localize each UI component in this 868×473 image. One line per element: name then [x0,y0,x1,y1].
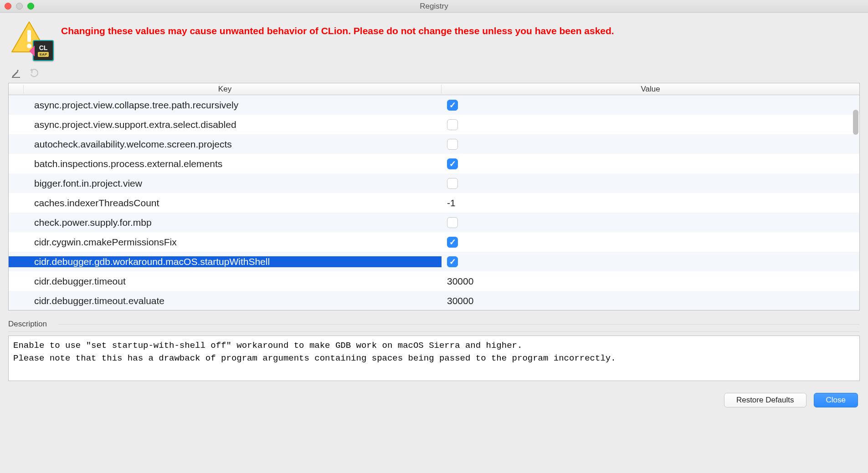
cell-key[interactable]: cidr.cygwin.cmakePermissionsFix [9,237,442,248]
checkbox[interactable] [447,217,458,228]
restore-defaults-button[interactable]: Restore Defaults [724,393,806,407]
value-text[interactable]: 30000 [447,295,473,306]
table-row[interactable]: caches.indexerThreadsCount-1 [9,193,859,213]
titlebar: Registry [0,0,868,13]
description-label: Description [8,317,860,332]
revert-button [29,68,39,78]
checkbox[interactable] [447,256,458,267]
checkbox[interactable] [447,237,458,248]
checkbox[interactable] [447,178,458,189]
warning-message: Changing these values may cause unwanted… [61,21,614,37]
svg-rect-3 [12,77,20,78]
minimize-window-icon [16,3,23,10]
table-body[interactable]: async.project.view.collapse.tree.path.re… [9,95,859,310]
column-header-key[interactable]: Key [9,85,442,94]
value-text[interactable]: 30000 [447,276,473,287]
value-text[interactable]: -1 [447,198,456,209]
table-row[interactable]: cidr.debugger.timeout.evaluate30000 [9,291,859,310]
app-badge-tag: EAP [38,52,49,57]
scrollbar-thumb[interactable] [853,110,858,135]
registry-window: Registry CL EAP Changing these values ma… [0,0,868,417]
app-badge-name: CL [39,45,48,51]
checkbox[interactable] [447,119,458,130]
table-row[interactable]: bigger.font.in.project.view [9,173,859,193]
cell-value[interactable]: -1 [442,198,859,209]
warning-icon: CL EAP [11,21,52,62]
checkbox[interactable] [447,139,458,150]
cell-value[interactable] [442,237,859,248]
close-window-icon[interactable] [5,3,11,10]
cell-value[interactable]: 30000 [442,295,859,306]
cell-value[interactable]: 30000 [442,276,859,287]
table-row[interactable]: check.power.supply.for.mbp [9,213,859,232]
checkbox[interactable] [447,158,458,169]
cell-key[interactable]: async.project.view.collapse.tree.path.re… [9,100,442,111]
zoom-window-icon[interactable] [27,3,34,10]
cell-value[interactable] [442,178,859,189]
header-area: CL EAP Changing these values may cause u… [0,13,868,66]
cell-value[interactable] [442,217,859,228]
cell-key[interactable]: cidr.debugger.gdb.workaround.macOS.start… [9,256,442,267]
table-row[interactable]: async.project.view.collapse.tree.path.re… [9,95,859,115]
checkbox[interactable] [447,100,458,111]
cell-key[interactable]: check.power.supply.for.mbp [9,217,442,228]
cell-key[interactable]: cidr.debugger.timeout [9,276,442,287]
cell-value[interactable] [442,139,859,150]
table-header: Key Value [9,83,859,95]
table-row[interactable]: cidr.debugger.gdb.workaround.macOS.start… [9,252,859,271]
cell-value[interactable] [442,100,859,111]
cell-value[interactable] [442,158,859,169]
cell-key[interactable]: async.project.view.support.extra.select.… [9,119,442,130]
close-button[interactable]: Close [814,393,858,407]
clion-app-badge-icon: CL EAP [33,40,54,61]
window-controls [5,3,34,10]
cell-key[interactable]: bigger.font.in.project.view [9,178,442,189]
cell-value[interactable] [442,119,859,130]
table-row[interactable]: autocheck.availability.welcome.screen.pr… [9,134,859,154]
svg-rect-1 [27,30,31,42]
footer: Restore Defaults Close [0,381,868,417]
edit-button[interactable] [11,68,21,78]
cell-key[interactable]: cidr.debugger.timeout.evaluate [9,295,442,306]
cell-key[interactable]: autocheck.availability.welcome.screen.pr… [9,139,442,150]
cell-value[interactable] [442,256,859,267]
registry-table: Key Value async.project.view.collapse.tr… [8,83,860,310]
table-row[interactable]: cidr.cygwin.cmakePermissionsFix [9,232,859,252]
table-row[interactable]: batch.inspections.process.external.eleme… [9,154,859,173]
column-header-value[interactable]: Value [442,85,859,94]
description-text: Enable to use "set startup-with-shell of… [8,336,860,381]
scrollbar[interactable] [852,96,858,309]
window-title: Registry [0,2,868,11]
cell-key[interactable]: caches.indexerThreadsCount [9,198,442,209]
toolbar [0,66,868,83]
description-section: Description Enable to use "set startup-w… [8,317,860,381]
cell-key[interactable]: batch.inspections.process.external.eleme… [9,158,442,169]
table-row[interactable]: cidr.debugger.timeout30000 [9,271,859,291]
table-row[interactable]: async.project.view.support.extra.select.… [9,115,859,134]
